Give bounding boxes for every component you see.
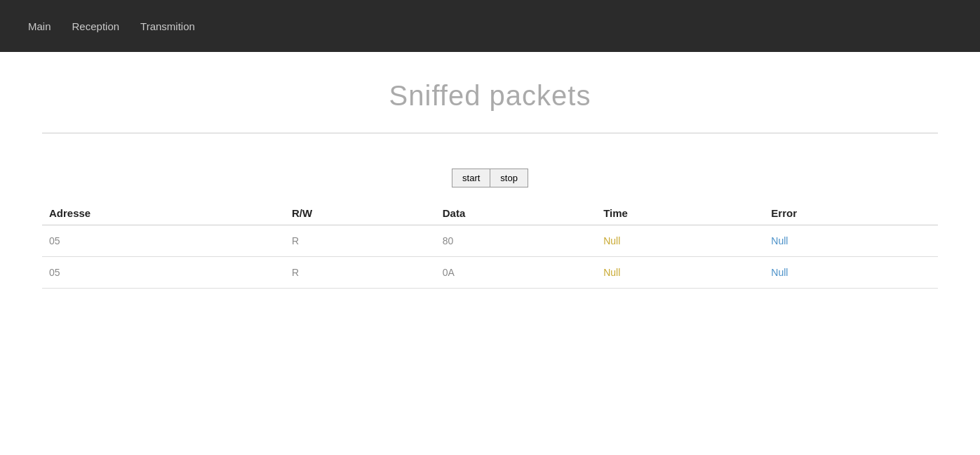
page-title: Sniffed packets xyxy=(42,80,938,112)
controls-row: start stop xyxy=(42,169,938,187)
col-header-adresse: Adresse xyxy=(42,202,285,225)
col-header-time: Time xyxy=(596,202,764,225)
nav-item-reception[interactable]: Reception xyxy=(72,20,120,32)
cell-adresse: 05 xyxy=(42,225,285,257)
divider xyxy=(42,133,938,133)
table-row: 05R0ANullNull xyxy=(42,257,938,289)
cell-adresse: 05 xyxy=(42,257,285,289)
col-header-error: Error xyxy=(764,202,938,225)
cell-error: Null xyxy=(764,225,938,257)
main-content: Sniffed packets start stop Adresse R/W D… xyxy=(0,52,980,317)
col-header-data: Data xyxy=(436,202,596,225)
cell-time: Null xyxy=(596,225,764,257)
cell-data: 0A xyxy=(436,257,596,289)
nav-item-transmition[interactable]: Transmition xyxy=(140,20,195,32)
table-row: 05R80NullNull xyxy=(42,225,938,257)
stop-button[interactable]: stop xyxy=(490,169,528,187)
start-button[interactable]: start xyxy=(452,169,490,187)
navbar: Main Reception Transmition xyxy=(0,0,980,52)
cell-rw: R xyxy=(285,257,436,289)
cell-data: 80 xyxy=(436,225,596,257)
table-body: 05R80NullNull05R0ANullNull xyxy=(42,225,938,289)
cell-time: Null xyxy=(596,257,764,289)
table-header: Adresse R/W Data Time Error xyxy=(42,202,938,225)
col-header-rw: R/W xyxy=(285,202,436,225)
cell-rw: R xyxy=(285,225,436,257)
nav-item-main[interactable]: Main xyxy=(28,20,51,32)
packets-table: Adresse R/W Data Time Error 05R80NullNul… xyxy=(42,202,938,289)
cell-error: Null xyxy=(764,257,938,289)
